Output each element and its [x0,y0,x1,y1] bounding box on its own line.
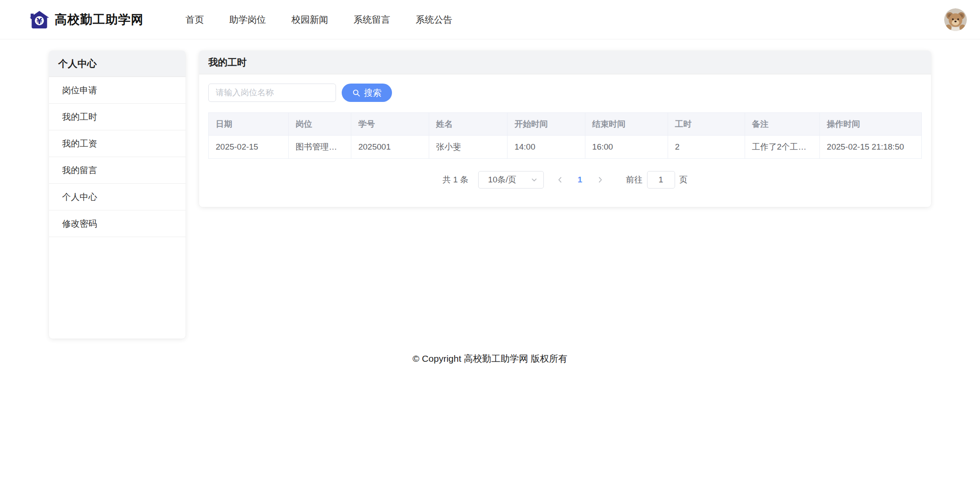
user-avatar[interactable] [944,8,967,31]
table-body: 2025-02-15图书管理人员2025001张小斐14:0016:002工作了… [209,136,922,159]
search-icon [352,89,360,97]
search-button[interactable]: 搜索 [342,84,392,102]
column-header-8: 操作时间 [819,113,921,136]
table-cell: 2025-02-15 [209,136,289,159]
sidebar-item-my-messages[interactable]: 我的留言 [49,157,186,184]
page-size-value: 10条/页 [488,174,516,185]
nav-item-jobs[interactable]: 助学岗位 [229,14,266,26]
nav-item-announcements[interactable]: 系统公告 [416,14,452,26]
sidebar-title: 个人中心 [49,51,186,77]
table-cell: 图书管理人员 [288,136,351,159]
nav-item-home[interactable]: 首页 [186,14,204,26]
nav-links: 首页 助学岗位 校园新闻 系统留言 系统公告 [186,14,478,26]
column-header-0: 日期 [209,113,289,136]
main-body: 搜索 日期岗位学号姓名开始时间结束时间工时备注操作时间 2025-02-15图书… [199,74,931,197]
footer-copyright: © Copyright 高校勤工助学网 版权所有 [0,353,980,365]
column-header-3: 姓名 [429,113,507,136]
next-page-button[interactable] [590,171,610,189]
table-cell: 工作了2个工时。 [745,136,819,159]
table-cell: 2 [668,136,745,159]
search-input[interactable] [208,84,336,102]
column-header-1: 岗位 [288,113,351,136]
brand-logo-house-yen-icon: ¥ [29,11,49,28]
chevron-right-icon [596,176,604,184]
column-header-6: 工时 [668,113,745,136]
table-cell: 2025001 [351,136,429,159]
svg-text:¥: ¥ [36,16,42,26]
sidebar-item-my-hours[interactable]: 我的工时 [49,104,186,130]
brand-title: 高校勤工助学网 [55,11,144,28]
sidebar-item-job-application[interactable]: 岗位申请 [49,77,186,104]
sidebar-item-my-salary[interactable]: 我的工资 [49,130,186,157]
pagination-total: 共 1 条 [442,174,468,185]
main-panel: 我的工时 搜索 [199,51,931,207]
nav-item-news[interactable]: 校园新闻 [291,14,328,26]
column-header-5: 结束时间 [585,113,668,136]
column-header-2: 学号 [351,113,429,136]
sidebar-item-change-password[interactable]: 修改密码 [49,210,186,237]
page-size-select[interactable]: 10条/页 [478,171,544,189]
hours-table: 日期岗位学号姓名开始时间结束时间工时备注操作时间 2025-02-15图书管理人… [208,112,922,159]
goto-page-group: 前往 页 [626,171,688,189]
goto-label: 前往 [626,174,643,185]
goto-page-input[interactable] [647,171,675,189]
sidebar-item-personal-center[interactable]: 个人中心 [49,184,186,210]
page-title: 我的工时 [199,51,931,74]
prev-page-button[interactable] [550,171,570,189]
column-header-4: 开始时间 [507,113,585,136]
nav-item-messages[interactable]: 系统留言 [354,14,390,26]
brand[interactable]: ¥ 高校勤工助学网 [29,11,144,28]
content-area: 个人中心 岗位申请 我的工时 我的工资 我的留言 个人中心 修改密码 我的工时 … [0,39,980,339]
column-header-7: 备注 [745,113,819,136]
sidebar: 个人中心 岗位申请 我的工时 我的工资 我的留言 个人中心 修改密码 [49,51,186,339]
table-cell: 张小斐 [429,136,507,159]
table-cell: 16:00 [585,136,668,159]
table-row: 2025-02-15图书管理人员2025001张小斐14:0016:002工作了… [209,136,922,159]
page-number-1[interactable]: 1 [570,171,590,189]
table-cell: 2025-02-15 21:18:50 [819,136,921,159]
search-row: 搜索 [208,84,922,102]
search-button-label: 搜索 [364,87,382,99]
top-navbar: ¥ 高校勤工助学网 首页 助学岗位 校园新闻 系统留言 系统公告 [0,0,980,39]
goto-page-suffix: 页 [679,174,688,185]
table-header-row: 日期岗位学号姓名开始时间结束时间工时备注操作时间 [209,113,922,136]
pagination: 共 1 条 10条/页 1 [208,171,922,189]
chevron-left-icon [556,176,564,184]
table-cell: 14:00 [507,136,585,159]
chevron-down-icon [530,176,538,184]
